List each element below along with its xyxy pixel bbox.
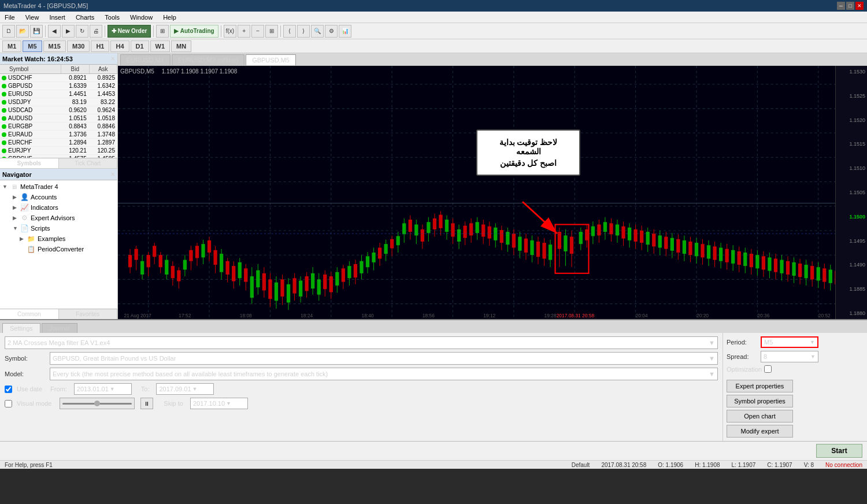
- symbol-dropdown-arrow: ▼: [709, 355, 715, 362]
- autotrading-button[interactable]: ▶ AutoTrading: [170, 25, 218, 38]
- mw-row[interactable]: USDJPY 83.19 83.22: [0, 98, 117, 106]
- mw-tab-tick[interactable]: Tick Chart: [59, 158, 118, 168]
- slider-thumb[interactable]: [94, 401, 100, 406]
- menu-insert[interactable]: Insert: [47, 14, 68, 21]
- tf-mn[interactable]: MN: [171, 40, 191, 52]
- print-button[interactable]: 🖨: [90, 25, 102, 38]
- back-button[interactable]: ◀: [48, 25, 61, 38]
- zoom-out-btn[interactable]: −: [251, 25, 264, 38]
- mw-ask: 120.25: [89, 147, 117, 154]
- mw-tab-symbols[interactable]: Symbols: [0, 158, 59, 168]
- modify-expert-button[interactable]: Modify expert: [727, 425, 793, 438]
- menu-file[interactable]: File: [2, 14, 17, 21]
- period-dropdown[interactable]: M5 ▼: [761, 336, 818, 348]
- skip-to-date[interactable]: 2017.10.10 ▼: [190, 398, 248, 409]
- skip-to-calendar-icon[interactable]: ▼: [226, 401, 231, 406]
- to-date[interactable]: 2017.09.01 ▼: [156, 383, 214, 395]
- tf-m5[interactable]: M5: [23, 40, 42, 52]
- mw-row[interactable]: GBPUSD 1.6339 1.6342: [0, 82, 117, 90]
- model-dropdown-arrow: ▼: [709, 370, 715, 377]
- open-button[interactable]: 📂: [16, 25, 29, 38]
- close-button[interactable]: ✕: [855, 2, 864, 10]
- nav-item-indicators[interactable]: ▶ 📈 Indicators: [12, 202, 116, 213]
- restore-button[interactable]: □: [846, 2, 854, 10]
- market-watch-close[interactable]: ✕: [110, 55, 115, 62]
- search-btn[interactable]: 🔍: [311, 25, 324, 38]
- svg-rect-141: [481, 224, 485, 236]
- nav-item-scripts[interactable]: ▼ 📄 Scripts: [12, 223, 116, 234]
- mw-row[interactable]: EURJPY 120.21 120.25: [0, 147, 117, 155]
- mw-dot: [2, 108, 6, 113]
- visual-mode-slider[interactable]: [60, 398, 135, 409]
- chart-view-btn[interactable]: ⊞: [265, 25, 278, 38]
- ea-dropdown[interactable]: 2 MA Crosses Mega filter EA V1.ex4 ▼: [5, 336, 718, 349]
- expert-properties-button[interactable]: Expert properties: [727, 380, 793, 392]
- to-calendar-icon[interactable]: ▼: [192, 386, 198, 392]
- tf-m15[interactable]: M15: [43, 40, 66, 52]
- mw-row[interactable]: USDCAD 0.9620 0.9624: [0, 106, 117, 114]
- zoom-in-btn[interactable]: +: [238, 25, 250, 38]
- scroll-left-btn[interactable]: ⟨: [283, 25, 296, 38]
- file-icon: 📋: [27, 244, 36, 254]
- tf-h1[interactable]: H1: [91, 40, 109, 52]
- pause-button[interactable]: ⏸: [140, 398, 153, 409]
- spread-input[interactable]: 8 ▼: [761, 351, 818, 362]
- tf-m1[interactable]: M1: [2, 40, 21, 52]
- nav-item-examples[interactable]: ▶ 📁 Examples: [18, 234, 116, 244]
- nav-item-accounts[interactable]: ▶ 👤 Accounts: [12, 192, 116, 202]
- svg-rect-111: [390, 239, 394, 249]
- svg-rect-27: [134, 249, 138, 260]
- symbol-dropdown[interactable]: GBPUSD, Great Britain Pound vs US Dollar…: [50, 352, 718, 365]
- tf-w1[interactable]: W1: [150, 40, 171, 52]
- minimize-button[interactable]: ─: [837, 2, 845, 10]
- indicators-btn[interactable]: f(x): [224, 25, 236, 38]
- nav-item-ea[interactable]: ▶ ⚙ Expert Advisors: [12, 213, 116, 223]
- save-button[interactable]: 💾: [30, 25, 43, 38]
- optimization-checkbox[interactable]: [764, 365, 772, 373]
- settings-btn[interactable]: ⚙: [325, 25, 338, 38]
- mw-row[interactable]: EURCHF 1.2894 1.2897: [0, 139, 117, 147]
- use-date-checkbox[interactable]: [5, 386, 12, 393]
- scroll-right-btn[interactable]: ⟩: [297, 25, 310, 38]
- mw-row[interactable]: USDCHF 0.8921 0.8925: [0, 74, 117, 82]
- chart-canvas[interactable]: GBPUSD,M5 1.1907 1.1908 1.1907 1.1908: [118, 66, 867, 319]
- mw-row[interactable]: AUDUSD 1.0515 1.0518: [0, 114, 117, 123]
- new-button[interactable]: 🗋: [2, 25, 15, 38]
- mw-row[interactable]: EURUSD 1.4451 1.4453: [0, 90, 117, 98]
- menu-charts[interactable]: Charts: [73, 14, 97, 21]
- chart-zoom-in[interactable]: ⊞: [156, 25, 169, 38]
- menu-view[interactable]: View: [23, 14, 42, 21]
- forward-button[interactable]: ▶: [62, 25, 75, 38]
- tf-m30[interactable]: M30: [67, 40, 90, 52]
- nav-tab-common[interactable]: Common: [0, 309, 59, 319]
- menu-tools[interactable]: Tools: [102, 14, 122, 21]
- from-value: 2013.01.01: [77, 386, 109, 392]
- nav-item-mt4[interactable]: ▼ 🖥 MetaTrader 4: [1, 181, 116, 192]
- tf-h4[interactable]: H4: [110, 40, 129, 52]
- mw-row[interactable]: EURGBP 0.8843 0.8846: [0, 123, 117, 131]
- menu-help[interactable]: Help: [161, 14, 179, 21]
- nav-item-period-converter[interactable]: ▶ 📋 PeriodConverter: [18, 244, 116, 254]
- start-button[interactable]: Start: [816, 444, 862, 458]
- nav-close[interactable]: ✕: [110, 171, 115, 177]
- model-dropdown[interactable]: Every tick (the most precise method base…: [50, 368, 718, 380]
- chart-tab-gbpusd-m5[interactable]: GBPUSD,M5: [246, 54, 296, 65]
- new-order-button[interactable]: ✚ New Order: [108, 25, 151, 38]
- tf-d1[interactable]: D1: [131, 40, 149, 52]
- nav-tab-favorites[interactable]: Favorites: [59, 309, 118, 319]
- tab-settings[interactable]: Settings: [2, 323, 40, 333]
- svg-rect-175: [585, 229, 588, 240]
- from-calendar-icon[interactable]: ▼: [110, 386, 115, 392]
- tab-journal[interactable]: Journal: [42, 323, 77, 333]
- chart-tab-eurusd-m1[interactable]: EURUSD,M1: [120, 54, 171, 65]
- chart-tab-eurusd-m2[interactable]: EURUSD,M2 (offline): [172, 54, 244, 65]
- visual-mode-checkbox[interactable]: [5, 400, 12, 407]
- menu-window[interactable]: Window: [128, 14, 155, 21]
- mw-row[interactable]: EURAUD 1.3736 1.3748: [0, 131, 117, 139]
- mw-dot: [2, 149, 6, 153]
- chart-btn2[interactable]: 📊: [339, 25, 351, 38]
- from-date[interactable]: 2013.01.01 ▼: [74, 383, 132, 395]
- refresh-button[interactable]: ↻: [76, 25, 88, 38]
- open-chart-button[interactable]: Open chart: [727, 410, 793, 423]
- symbol-properties-button[interactable]: Symbol properties: [727, 395, 793, 407]
